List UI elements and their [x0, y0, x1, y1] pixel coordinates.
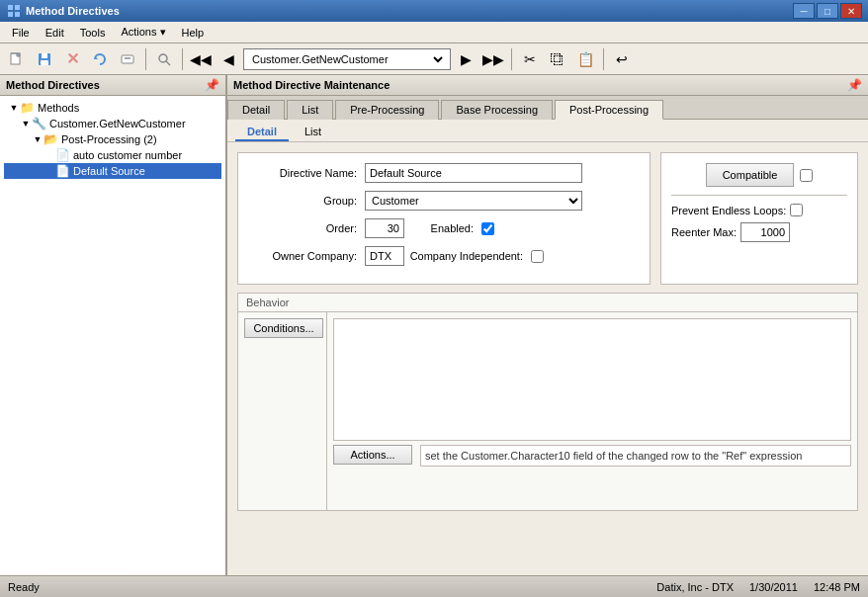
- tree-toggle-methods[interactable]: ▼: [8, 103, 20, 113]
- form-row-reenter: Reenter Max:: [671, 222, 847, 242]
- method-select[interactable]: Customer.GetNewCustomer: [248, 52, 446, 66]
- svg-rect-3: [15, 12, 20, 17]
- form-row-group: Group: Customer: [248, 191, 640, 211]
- tree-auto-customer[interactable]: 📄 auto customer number: [4, 147, 221, 163]
- folder-icon: 📁: [20, 101, 35, 115]
- menu-tools[interactable]: Tools: [72, 25, 114, 41]
- behavior-section: Behavior Conditions... Actions... set th…: [237, 293, 858, 511]
- pin-icon[interactable]: 📌: [205, 78, 219, 92]
- tree-toggle-postproc[interactable]: ▼: [32, 134, 43, 144]
- method-dropdown[interactable]: Customer.GetNewCustomer: [243, 48, 451, 70]
- clear-button[interactable]: [115, 46, 140, 72]
- reenter-max-input[interactable]: [740, 222, 790, 242]
- left-panel-title: Method Directives: [6, 79, 100, 91]
- main-layout: Method Directives 📌 ▼ 📁 Methods ▼ 🔧 Cust…: [0, 75, 868, 575]
- behavior-buttons: Conditions...: [238, 312, 327, 510]
- enabled-checkbox[interactable]: [481, 222, 494, 235]
- form-left: Directive Name: Group: Customer O: [237, 152, 651, 285]
- status-date: 1/30/2011: [749, 581, 798, 593]
- status-bar: Ready Datix, Inc - DTX 1/30/2011 12:48 P…: [0, 575, 868, 597]
- app-icon: [6, 3, 22, 19]
- svg-line-15: [166, 61, 170, 65]
- status-company: Datix, Inc - DTX: [656, 581, 734, 593]
- paste-button[interactable]: 📋: [572, 46, 598, 72]
- sub-tab-list[interactable]: List: [293, 124, 333, 141]
- last-button[interactable]: ▶▶: [480, 46, 506, 72]
- order-input[interactable]: [365, 218, 404, 238]
- form-row-prevent-loops: Prevent Endless Loops:: [671, 204, 847, 216]
- menu-actions[interactable]: Actions ▾: [113, 24, 173, 41]
- directive-icon-auto: 📄: [55, 148, 70, 162]
- toolbar-sep-4: [603, 48, 604, 70]
- right-pin-icon[interactable]: 📌: [847, 78, 862, 92]
- main-tabs: Detail List Pre-Processing Base Processi…: [227, 96, 868, 120]
- form-row-owner: Owner Company: Company Independent:: [248, 246, 640, 266]
- compatible-checkbox[interactable]: [800, 169, 813, 182]
- compatible-button[interactable]: Compatible: [706, 163, 795, 187]
- tree-postprocessing[interactable]: ▼ 📂 Post-Processing (2): [4, 131, 221, 147]
- copy-button[interactable]: ⿻: [545, 46, 570, 72]
- tree-postprocessing-label: Post-Processing (2): [61, 133, 157, 145]
- tab-baseprocessing[interactable]: Base Processing: [441, 100, 553, 120]
- order-label: Order:: [248, 222, 357, 234]
- delete-button[interactable]: ✕: [59, 46, 85, 72]
- form-right: Compatible Prevent Endless Loops: Reente…: [660, 152, 858, 285]
- next-button[interactable]: ▶: [453, 46, 478, 72]
- tree-toggle-customer[interactable]: ▼: [20, 119, 32, 128]
- close-button[interactable]: ✕: [840, 3, 862, 19]
- svg-rect-10: [41, 60, 48, 65]
- maximize-button[interactable]: □: [817, 3, 838, 19]
- svg-point-14: [159, 54, 167, 62]
- group-label: Group:: [248, 195, 357, 207]
- status-time: 12:48 PM: [814, 581, 860, 593]
- status-ready: Ready: [8, 581, 40, 593]
- directive-name-input[interactable]: [365, 163, 582, 183]
- svg-rect-2: [8, 12, 13, 17]
- company-independent-checkbox[interactable]: [531, 250, 544, 263]
- search-button[interactable]: [151, 46, 177, 72]
- toolbar-sep-2: [182, 48, 183, 70]
- postproc-icon: 📂: [43, 132, 58, 146]
- owner-company-input[interactable]: [365, 246, 404, 266]
- tab-detail[interactable]: Detail: [227, 100, 285, 120]
- cut-button[interactable]: ✂: [517, 46, 543, 72]
- tab-preprocessing[interactable]: Pre-Processing: [335, 100, 439, 120]
- tree-default-source[interactable]: 📄 Default Source: [4, 163, 221, 179]
- refresh-button[interactable]: [87, 46, 113, 72]
- reenter-max-label: Reenter Max:: [671, 226, 737, 238]
- actions-button[interactable]: Actions...: [333, 445, 412, 465]
- left-panel-header: Method Directives 📌: [0, 75, 225, 96]
- undo-button[interactable]: ↩: [609, 46, 635, 72]
- svg-rect-9: [42, 53, 47, 58]
- prev-button[interactable]: ◀: [216, 46, 241, 72]
- tab-list[interactable]: List: [287, 100, 333, 120]
- minimize-button[interactable]: ─: [793, 3, 815, 19]
- menu-file[interactable]: File: [4, 25, 38, 41]
- new-button[interactable]: [4, 46, 30, 72]
- tree-methods-root[interactable]: ▼ 📁 Methods: [4, 100, 221, 116]
- content-area: Directive Name: Group: Customer O: [227, 142, 868, 575]
- tree-container: ▼ 📁 Methods ▼ 🔧 Customer.GetNewCustomer …: [0, 96, 225, 575]
- menu-edit[interactable]: Edit: [38, 25, 72, 41]
- menu-help[interactable]: Help: [174, 25, 213, 41]
- toolbar: ✕ ◀◀ ◀ Customer.GetNewCustomer ▶ ▶▶ ✂ ⿻ …: [0, 43, 868, 75]
- prevent-loops-checkbox[interactable]: [790, 204, 803, 216]
- upper-form: Directive Name: Group: Customer O: [237, 152, 858, 285]
- group-select[interactable]: Customer: [365, 191, 582, 211]
- tab-postprocessing[interactable]: Post-Processing: [555, 100, 663, 120]
- tree-customer-label: Customer.GetNewCustomer: [49, 118, 186, 129]
- conditions-button[interactable]: Conditions...: [244, 318, 323, 338]
- toolbar-sep-3: [511, 48, 512, 70]
- tree-default-label: Default Source: [73, 165, 145, 177]
- method-icon: 🔧: [32, 117, 46, 130]
- save-button[interactable]: [32, 46, 57, 72]
- company-independent-label: Company Independent:: [404, 250, 523, 262]
- tree-customer-getnew[interactable]: ▼ 🔧 Customer.GetNewCustomer: [4, 116, 221, 131]
- owner-company-label: Owner Company:: [248, 250, 357, 262]
- right-panel-header: Method Directive Maintenance 📌: [227, 75, 868, 96]
- status-right: Datix, Inc - DTX 1/30/2011 12:48 PM: [656, 581, 860, 593]
- sub-tab-detail[interactable]: Detail: [235, 124, 289, 141]
- app-title: Method Directives: [26, 5, 120, 17]
- actions-row: Actions... set the Customer.Character10 …: [333, 445, 851, 504]
- first-button[interactable]: ◀◀: [188, 46, 214, 72]
